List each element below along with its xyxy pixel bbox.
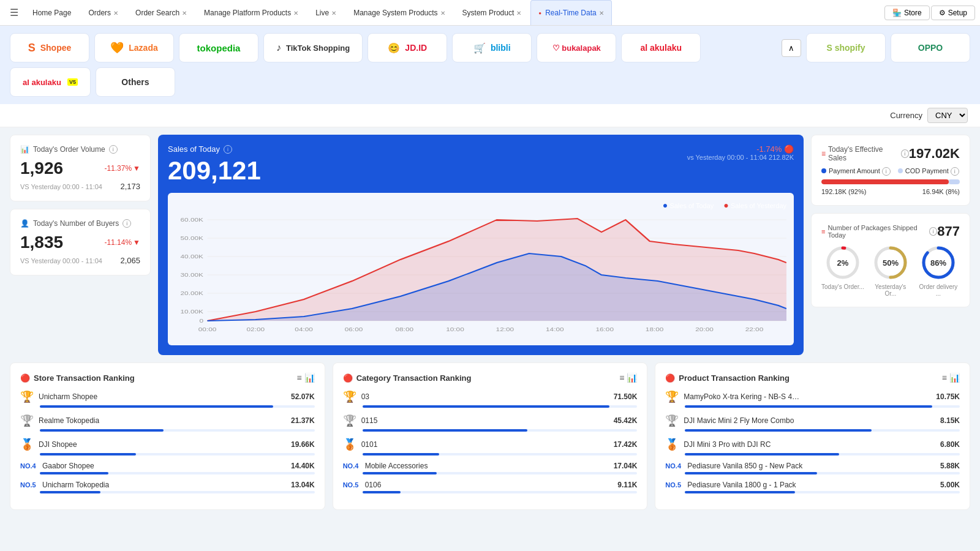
buyers-value: 1,835 (20, 233, 63, 252)
effective-sales-value: 197.02K (909, 146, 960, 162)
cat-trophy1-icon: 🏆 (343, 390, 356, 403)
prod-trophy2-icon: 🏆 (665, 414, 679, 427)
hamburger-menu[interactable]: ☰ (5, 4, 23, 21)
tab-order-search[interactable]: Order Search ✕ (127, 0, 195, 25)
category-ranking-title: Category Transaction Ranking (356, 373, 472, 383)
cod-payment-value: 16.94K (8%) (922, 188, 960, 195)
packages-circle-yesterday: 50% Yesterday's Or... (869, 244, 912, 297)
payment-amount-value: 192.18K (92%) (821, 188, 866, 195)
tab-live[interactable]: Live ✕ (307, 0, 344, 25)
svg-text:20:00: 20:00 (695, 326, 714, 332)
store-button[interactable]: 🏪 Store (884, 6, 930, 20)
effective-sales-title: Today's Effective Sales (828, 145, 899, 162)
svg-text:06:00: 06:00 (345, 326, 363, 332)
sales-info[interactable]: i (224, 145, 232, 154)
buyers-down-arrow-icon: ▼ (133, 238, 140, 247)
table-row: NO.4 Mobile Accessories 17.04K (343, 462, 638, 474)
order-volume-change: -11.37% ▼ (104, 164, 140, 173)
svg-text:30.00K: 30.00K (181, 271, 203, 277)
svg-text:40.00K: 40.00K (181, 253, 203, 259)
svg-text:18:00: 18:00 (646, 326, 664, 332)
sales-vs: vs Yesterday 00:00 - 11:04 212.82K (687, 154, 794, 161)
right-column: ≡ Today's Effective Sales i 197.02K Paym… (811, 135, 970, 355)
tab-orders[interactable]: Orders ✕ (80, 0, 126, 25)
product-ranking-icon: 🔴 (665, 373, 675, 383)
platform-others[interactable]: Others (96, 67, 175, 97)
product-ranking-filter[interactable]: ≡ (942, 373, 947, 383)
prod-trophy1-icon: 🏆 (665, 390, 679, 403)
setup-button[interactable]: ⚙ Setup (931, 6, 975, 20)
table-row: NO.5 Unicharm Tokopedia 13.04K (20, 481, 315, 493)
platform-shopee[interactable]: S Shopee (10, 33, 89, 62)
svg-text:50%: 50% (883, 258, 899, 268)
platform-akulaku[interactable]: al akulaku (621, 33, 701, 62)
platform-tokopedia[interactable]: tokopedia (179, 33, 258, 62)
platform-akulaku2[interactable]: al akulaku V5 (10, 67, 91, 97)
packages-circle-today: 2% Today's Order... (821, 244, 864, 297)
svg-text:22:00: 22:00 (745, 326, 764, 332)
category-ranking-filter[interactable]: ≡ (619, 373, 624, 383)
svg-text:04:00: 04:00 (295, 326, 313, 332)
down-arrow-icon: ▼ (133, 164, 140, 173)
tab-manage-platform-products[interactable]: Manage Platform Products ✕ (196, 0, 306, 25)
order-volume-vs-value: 2,173 (120, 182, 140, 191)
effective-sales-card: ≡ Today's Effective Sales i 197.02K Paym… (811, 135, 970, 206)
circle-today-svg: 2% (824, 244, 861, 281)
product-ranking-chart[interactable]: 📊 (949, 373, 960, 383)
platform-lazada[interactable]: 🧡 Lazada (94, 33, 174, 62)
table-row: 🏆 DJI Mavic Mini 2 Fly More Combo 8.15K (665, 414, 960, 432)
category-ranking-chart[interactable]: 📊 (627, 373, 637, 383)
svg-text:08:00: 08:00 (395, 326, 413, 332)
effective-sales-info[interactable]: i (901, 149, 909, 158)
svg-text:0: 0 (199, 317, 203, 323)
collapse-platforms-button[interactable]: ∧ (782, 39, 801, 57)
svg-text:12:00: 12:00 (496, 326, 514, 332)
table-row: 🥉 0101 17.42K (343, 438, 638, 455)
currency-label: Currency (890, 111, 922, 120)
buyers-info[interactable]: i (123, 219, 131, 228)
sales-change: -1.74% 🔴 (687, 144, 794, 154)
platform-tiktok[interactable]: ♪ TikTok Shopping (263, 33, 363, 62)
svg-text:02:00: 02:00 (247, 326, 265, 332)
platform-bukalapak[interactable]: ♡ bukalapak (537, 33, 616, 62)
order-volume-vs-label: VS Yesterday 00:00 - 11:04 (20, 183, 102, 190)
table-row: 🏆 Realme Tokopedia 21.37K (20, 414, 315, 432)
tab-realtime-data[interactable]: ● Real-Time Data ✕ (530, 0, 611, 25)
svg-text:10.00K: 10.00K (181, 308, 203, 314)
table-row: NO.5 0106 9.11K (343, 481, 638, 493)
buyers-icon: 👤 (20, 219, 29, 228)
prod-trophy3-icon: 🥉 (665, 438, 679, 451)
table-row: 🥉 DJI Shopee 19.66K (20, 438, 315, 455)
sales-value: 209,121 (168, 156, 261, 186)
product-ranking-title: Product Transaction Ranking (679, 373, 790, 383)
tab-manage-system-products[interactable]: Manage System Products ✕ (345, 0, 453, 25)
packages-info[interactable]: i (929, 227, 937, 236)
platform-shopify[interactable]: S shopify (806, 33, 886, 62)
platform-oppo[interactable]: OPPO (891, 33, 970, 62)
store-icon: 🏪 (892, 9, 902, 17)
order-volume-info[interactable]: i (109, 145, 118, 154)
sales-card: Sales of Today i 209,121 -1.74% 🔴 vs Yes… (158, 135, 804, 355)
bottom-row: 🔴 Store Transaction Ranking ≡ 📊 🏆 Unicha… (0, 362, 980, 520)
svg-text:20.00K: 20.00K (181, 290, 203, 296)
tab-home[interactable]: Home Page (24, 0, 79, 25)
table-row: 🥉 DJI Mini 3 Pro with DJI RC 6.80K (665, 438, 960, 455)
silver-trophy-icon: 🏆 (20, 414, 34, 427)
table-row: 🏆 0115 45.42K (343, 414, 638, 432)
tab-system-product[interactable]: System Product ✕ (454, 0, 530, 25)
packages-circles: 2% Today's Order... 50% Yesterday's Or..… (821, 244, 960, 297)
category-ranking-card: 🔴 Category Transaction Ranking ≡ 📊 🏆 03 … (333, 362, 648, 510)
sales-chart: ● Sales of Today ● Sales of Yesterday 60… (168, 193, 794, 345)
store-ranking-chart[interactable]: 📊 (304, 373, 315, 383)
order-volume-value: 1,926 (20, 159, 63, 178)
order-volume-card: 📊 Today's Order Volume i 1,926 -11.37% ▼… (10, 135, 151, 201)
platform-blibli[interactable]: 🛒 blibli (452, 33, 532, 62)
packages-title: Number of Packages Shipped Today (827, 224, 927, 239)
svg-text:60.00K: 60.00K (181, 216, 203, 222)
store-ranking-title: Store Transaction Ranking (34, 373, 135, 383)
table-row: 🏆 03 71.50K (343, 390, 638, 408)
currency-select[interactable]: CNY USD IDR (927, 108, 968, 123)
packages-icon: ≡ (821, 228, 825, 235)
store-ranking-filter[interactable]: ≡ (297, 373, 302, 383)
platform-jdid[interactable]: 😊 JD.ID (368, 33, 447, 62)
